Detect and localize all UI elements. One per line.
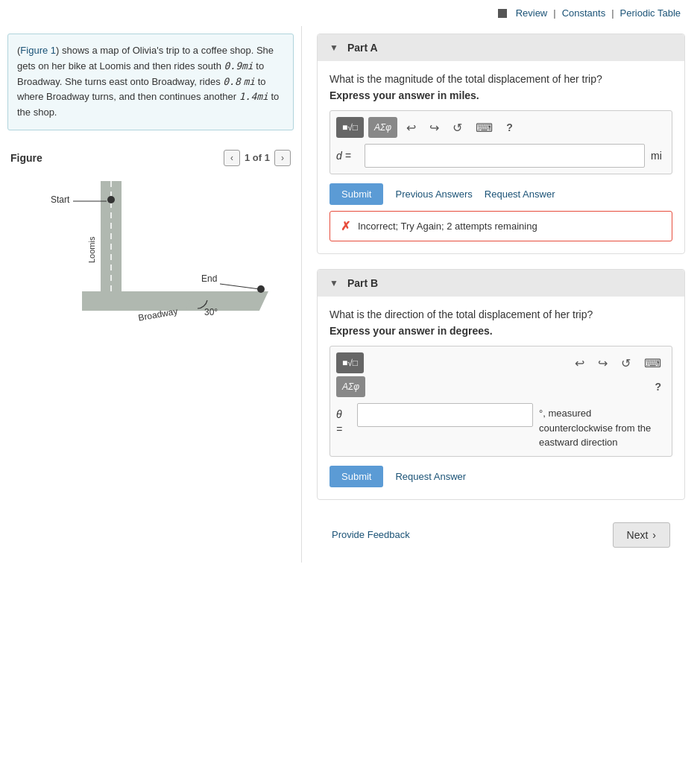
constants-link[interactable]: Constants [562, 7, 606, 19]
part-a-keyboard-button[interactable]: ⌨ [471, 119, 497, 136]
part-b-header: ▼ Part B [318, 270, 684, 297]
figure-section: Figure ‹ 1 of 1 › [7, 145, 294, 338]
part-b-theta-label: θ= [336, 403, 351, 437]
figure-canvas: Broadway Loomis Start End 30° [7, 174, 276, 338]
svg-text:30°: 30° [204, 307, 218, 317]
part-a-math-button[interactable]: ■ √□ [336, 117, 364, 138]
part-a-error-message: Incorrect; Try Again; 2 attempts remaini… [358, 221, 537, 232]
text-after: ) shows a map of Olivia's trip to a coff… [17, 45, 279, 118]
part-b-redo-button[interactable]: ↪ [593, 355, 612, 372]
svg-marker-4 [185, 291, 268, 311]
part-b-greek-button[interactable]: ΑΣφ [336, 376, 365, 397]
part-a-request-answer-link[interactable]: Request Answer [485, 189, 555, 200]
main-container: (Figure 1) shows a map of Olivia's trip … [0, 26, 700, 563]
part-a-unit-label: mi [651, 150, 666, 162]
part-a-greek-button[interactable]: ΑΣφ [368, 117, 397, 138]
svg-point-7 [107, 196, 115, 203]
part-a-refresh-button[interactable]: ↺ [448, 119, 467, 136]
figure-link[interactable]: Figure 1 [20, 45, 56, 56]
part-b-collapse[interactable]: ▼ [328, 277, 340, 289]
svg-text:End: End [201, 273, 217, 284]
figure-label: Figure [10, 152, 42, 164]
part-a-header: ▼ Part A [318, 34, 684, 61]
part-a-help-button[interactable]: ? [502, 120, 517, 135]
part-b-answer-input[interactable] [357, 403, 533, 427]
part-b-toolbar-row2: ΑΣφ ? [336, 376, 666, 397]
feedback-link[interactable]: Provide Feedback [332, 529, 410, 540]
part-a-input-row: d = mi [336, 144, 666, 168]
math-icon: ■ [342, 122, 347, 133]
part-b-request-answer-link[interactable]: Request Answer [395, 471, 466, 482]
left-panel: (Figure 1) shows a map of Olivia's trip … [0, 26, 302, 563]
next-button[interactable]: Next › [613, 522, 670, 548]
error-icon: ✗ [341, 219, 350, 233]
part-a-section: ▼ Part A What is the magnitude of the to… [317, 34, 685, 254]
part-a-collapse[interactable]: ▼ [328, 42, 340, 54]
figure-next-button[interactable]: › [274, 150, 291, 166]
part-b-math-button[interactable]: ■ √□ [336, 352, 364, 373]
figure-header: Figure ‹ 1 of 1 › [7, 145, 294, 171]
part-b-answer-container: ■ √□ ↩ ↪ ↺ ⌨ ΑΣφ ? [329, 346, 672, 457]
part-b-instruction: Express your answer in degrees. [329, 325, 672, 337]
part-b-section: ▼ Part B What is the direction of the to… [317, 269, 685, 500]
part-b-math-label: √□ [347, 358, 358, 368]
part-b-action-row: Submit Request Answer [329, 466, 672, 487]
part-a-question: What is the magnitude of the total displ… [329, 73, 672, 85]
part-a-answer-container: ■ √□ ΑΣφ ↩ ↪ ↺ ⌨ ? d = mi [329, 110, 672, 174]
part-a-submit-button[interactable]: Submit [329, 183, 383, 205]
figure-prev-button[interactable]: ‹ [224, 150, 240, 166]
svg-rect-3 [82, 291, 198, 311]
problem-text: (Figure 1) shows a map of Olivia's trip … [7, 34, 294, 130]
periodic-table-link[interactable]: Periodic Table [620, 7, 681, 19]
b-math-icon: ■ [342, 358, 347, 368]
part-a-answer-input[interactable] [365, 144, 645, 168]
part-a-prev-answers-link[interactable]: Previous Answers [395, 189, 472, 200]
part-a-body: What is the magnitude of the total displ… [318, 61, 684, 253]
nav-icon [498, 9, 507, 18]
part-b-submit-button[interactable]: Submit [329, 466, 383, 487]
part-b-toolbar-row1: ■ √□ ↩ ↪ ↺ ⌨ [336, 352, 666, 373]
part-a-title: Part A [347, 42, 378, 54]
part-a-math-label: √□ [347, 122, 358, 133]
part-b-keyboard-button[interactable]: ⌨ [640, 355, 666, 372]
part-a-error-box: ✗ Incorrect; Try Again; 2 attempts remai… [329, 211, 672, 241]
part-a-redo-button[interactable]: ↪ [425, 119, 444, 136]
svg-text:Start: Start [51, 194, 70, 205]
top-navigation: Review | Constants | Periodic Table [0, 0, 700, 26]
review-link[interactable]: Review [516, 7, 548, 19]
bottom-bar: Provide Feedback Next › [317, 515, 685, 555]
part-a-toolbar: ■ √□ ΑΣφ ↩ ↪ ↺ ⌨ ? [336, 117, 666, 138]
part-b-body: What is the direction of the total displ… [318, 297, 684, 499]
figure-page: 1 of 1 [245, 152, 270, 163]
part-b-refresh-button[interactable]: ↺ [617, 355, 635, 372]
figure-nav: ‹ 1 of 1 › [224, 150, 291, 166]
next-label: Next [627, 529, 649, 541]
part-b-undo-button[interactable]: ↩ [570, 355, 589, 372]
part-b-title: Part B [347, 277, 378, 289]
part-a-instruction: Express your answer in miles. [329, 89, 672, 101]
part-b-question: What is the direction of the total displ… [329, 308, 672, 320]
part-b-help-button[interactable]: ? [650, 379, 666, 394]
separator2: | [611, 7, 614, 19]
part-a-var-label: d = [336, 150, 359, 162]
right-panel: ▼ Part A What is the magnitude of the to… [302, 26, 700, 563]
part-b-unit-note: °, measured counterclockwise from the ea… [539, 403, 666, 450]
next-chevron-icon: › [652, 529, 656, 541]
svg-text:Loomis: Loomis [87, 236, 96, 263]
part-a-action-row: Submit Previous Answers Request Answer [329, 183, 672, 205]
part-a-undo-button[interactable]: ↩ [402, 119, 420, 136]
part-b-input-row: θ= °, measured counterclockwise from the… [336, 403, 666, 450]
separator1: | [553, 7, 555, 19]
